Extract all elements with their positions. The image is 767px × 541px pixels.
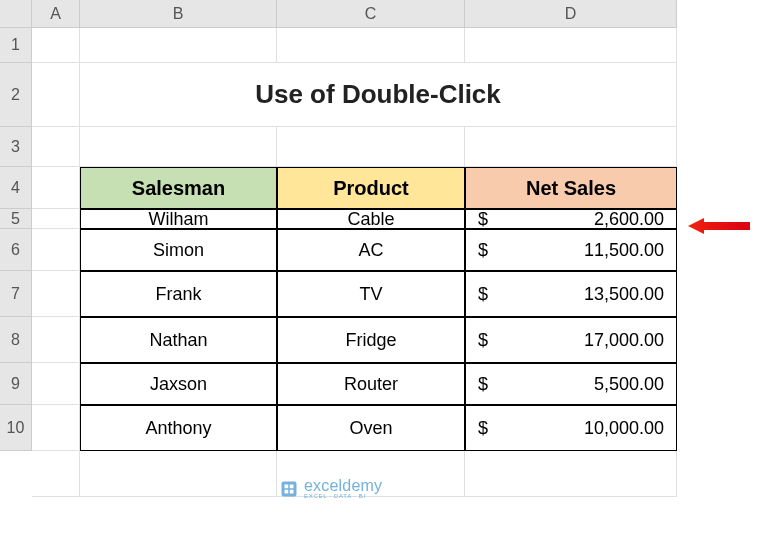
cell-b11[interactable] — [80, 451, 277, 497]
cell-a10[interactable] — [32, 405, 80, 451]
table-row[interactable]: Frank — [80, 271, 277, 317]
column-headers: A B C D — [32, 0, 677, 28]
row-header-5[interactable]: 5 — [0, 209, 32, 229]
table-row[interactable]: Oven — [277, 405, 465, 451]
cell-c1[interactable] — [277, 28, 465, 63]
svg-rect-4 — [285, 489, 289, 493]
select-all-corner[interactable] — [0, 0, 32, 28]
title-cell[interactable]: Use of Double-Click — [80, 63, 677, 127]
col-header-c[interactable]: C — [277, 0, 465, 28]
cell-a7[interactable] — [32, 271, 80, 317]
row-header-6[interactable]: 6 — [0, 229, 32, 271]
row-header-8[interactable]: 8 — [0, 317, 32, 363]
table-row[interactable]: $5,500.00 — [465, 363, 677, 405]
table-row[interactable]: $13,500.00 — [465, 271, 677, 317]
page-title: Use of Double-Click — [255, 79, 501, 110]
cell-c3[interactable] — [277, 127, 465, 167]
cell-b1[interactable] — [80, 28, 277, 63]
svg-marker-0 — [688, 218, 750, 234]
table-row[interactable]: Wilham — [80, 209, 277, 229]
table-row[interactable]: Cable — [277, 209, 465, 229]
header-salesman[interactable]: Salesman — [80, 167, 277, 209]
cell-a11[interactable] — [32, 451, 80, 497]
col-header-b[interactable]: B — [80, 0, 277, 28]
amount: 11,500.00 — [584, 240, 664, 261]
header-product[interactable]: Product — [277, 167, 465, 209]
cell-d11[interactable] — [465, 451, 677, 497]
table-row[interactable]: Anthony — [80, 405, 277, 451]
col-header-d[interactable]: D — [465, 0, 677, 28]
table-row[interactable]: AC — [277, 229, 465, 271]
row-header-3[interactable]: 3 — [0, 127, 32, 167]
svg-rect-3 — [290, 484, 294, 488]
table-row[interactable]: TV — [277, 271, 465, 317]
row-header-7[interactable]: 7 — [0, 271, 32, 317]
cell-a3[interactable] — [32, 127, 80, 167]
amount: 10,000.00 — [584, 418, 664, 439]
spreadsheet: A B C D 1 2 3 4 5 6 7 8 9 10 Use of Doub… — [0, 0, 767, 541]
table-row[interactable]: Router — [277, 363, 465, 405]
currency: $ — [478, 284, 488, 305]
row-header-2[interactable]: 2 — [0, 63, 32, 127]
cell-a6[interactable] — [32, 229, 80, 271]
row-headers: 1 2 3 4 5 6 7 8 9 10 — [0, 28, 32, 451]
cell-a5[interactable] — [32, 209, 80, 229]
table-row[interactable]: Nathan — [80, 317, 277, 363]
row-header-4[interactable]: 4 — [0, 167, 32, 209]
amount: 17,000.00 — [584, 330, 664, 351]
currency: $ — [478, 418, 488, 439]
row-header-1[interactable]: 1 — [0, 28, 32, 63]
cell-d1[interactable] — [465, 28, 677, 63]
cell-b3[interactable] — [80, 127, 277, 167]
amount: 5,500.00 — [594, 374, 664, 395]
table-row[interactable]: $10,000.00 — [465, 405, 677, 451]
table-row[interactable]: $2,600.00 — [465, 209, 677, 229]
currency: $ — [478, 330, 488, 351]
svg-rect-1 — [282, 481, 297, 496]
watermark-sub: EXCEL · DATA · BI — [304, 493, 382, 499]
table-row[interactable]: Fridge — [277, 317, 465, 363]
cell-a9[interactable] — [32, 363, 80, 405]
watermark: exceldemy EXCEL · DATA · BI — [280, 478, 382, 499]
row-header-10[interactable]: 10 — [0, 405, 32, 451]
svg-rect-2 — [285, 484, 289, 488]
row-header-9[interactable]: 9 — [0, 363, 32, 405]
table-row[interactable]: Jaxson — [80, 363, 277, 405]
grid: Use of Double-Click Salesman Product Net… — [32, 28, 677, 497]
arrow-icon — [688, 217, 750, 239]
amount: 13,500.00 — [584, 284, 664, 305]
cell-d3[interactable] — [465, 127, 677, 167]
currency: $ — [478, 374, 488, 395]
col-header-a[interactable]: A — [32, 0, 80, 28]
cell-a4[interactable] — [32, 167, 80, 209]
watermark-name: exceldemy — [304, 478, 382, 494]
cell-a1[interactable] — [32, 28, 80, 63]
logo-icon — [280, 480, 298, 498]
cell-a8[interactable] — [32, 317, 80, 363]
currency: $ — [478, 209, 488, 229]
svg-rect-5 — [290, 489, 294, 493]
table-row[interactable]: $17,000.00 — [465, 317, 677, 363]
table-row[interactable]: $11,500.00 — [465, 229, 677, 271]
cell-a2[interactable] — [32, 63, 80, 127]
header-netsales[interactable]: Net Sales — [465, 167, 677, 209]
amount: 2,600.00 — [594, 209, 664, 229]
currency: $ — [478, 240, 488, 261]
table-row[interactable]: Simon — [80, 229, 277, 271]
